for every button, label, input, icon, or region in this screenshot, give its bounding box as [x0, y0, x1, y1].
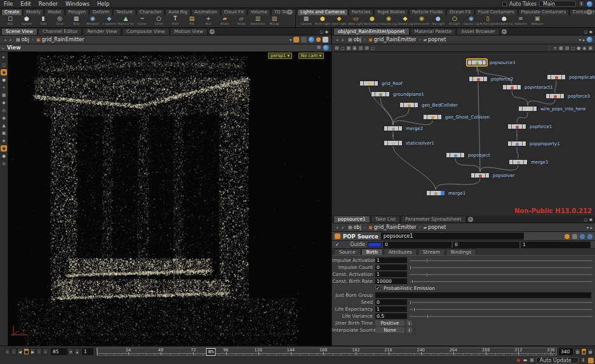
shelf-tool[interactable]: ▦Grid: [68, 15, 84, 28]
slider-handle[interactable]: [427, 314, 429, 319]
param-slider[interactable]: [410, 316, 592, 317]
auto-takes-checkbox[interactable]: [502, 2, 507, 6]
view-world-icon[interactable]: [323, 45, 329, 51]
playbar-option-button[interactable]: ▤: [587, 348, 593, 355]
shelf-tool[interactable]: ●Sphere: [18, 15, 35, 28]
view-menu-icon[interactable]: ▸: [3, 46, 4, 50]
param-slider[interactable]: [410, 260, 592, 261]
node-name-field[interactable]: popsource1: [381, 233, 524, 240]
network-node[interactable]: popforce3: [545, 93, 565, 99]
network-node[interactable]: popinteract1: [502, 84, 521, 90]
menu-item[interactable]: File: [0, 1, 17, 7]
param-value-field[interactable]: 0: [375, 299, 407, 305]
pane-menu-icon[interactable]: ◉: [589, 218, 592, 221]
shelf-tab[interactable]: Animation: [191, 9, 220, 15]
pane-tab[interactable]: Scene View: [1, 28, 37, 35]
network-tool-icon[interactable]: ≡: [553, 45, 557, 51]
param-slider[interactable]: [410, 274, 592, 275]
folder-tab[interactable]: Attributes: [384, 249, 417, 255]
pane-tab[interactable]: Take List: [371, 216, 400, 223]
pane-tab[interactable]: Channel Editor: [38, 28, 82, 35]
viewport-canvas[interactable]: [8, 52, 331, 346]
viewport-tool-icon[interactable]: ◎: [1, 160, 7, 167]
shelf-tab[interactable]: Lights and Cameras: [297, 9, 348, 15]
path-forward-icon[interactable]: ▸: [341, 225, 346, 230]
path-dropdown-icon[interactable]: ▾: [290, 38, 291, 42]
playback-button[interactable]: ▶: [30, 348, 36, 355]
playback-button[interactable]: ›: [36, 348, 42, 355]
shelf-tab[interactable]: Model: [44, 9, 64, 15]
pane-menu-icon[interactable]: ◉: [589, 30, 592, 34]
path-grid-rainemitter[interactable]: ▣grid_RainEmitter: [35, 37, 85, 42]
network-node[interactable]: merge3: [509, 159, 528, 165]
viewport-tool-icon[interactable]: ▦: [1, 92, 7, 98]
shelf-tool[interactable]: ≡Switcher: [512, 15, 529, 28]
help-icon[interactable]: [587, 234, 592, 239]
playback-button[interactable]: ‹: [11, 348, 17, 355]
network-tool-icon[interactable]: ◉: [582, 45, 586, 51]
shelf-tab[interactable]: Fluid Containers: [475, 9, 518, 15]
param-dropdown-spinner[interactable]: ↕: [406, 327, 412, 333]
update-mode-icon[interactable]: [293, 37, 299, 42]
lock-icon[interactable]: [301, 37, 307, 42]
network-tool-icon[interactable]: ▦: [559, 45, 563, 51]
shelf-tool[interactable]: ▰Brush: [217, 15, 233, 28]
add-shelf-tab-icon[interactable]: +: [587, 10, 592, 15]
param-slider[interactable]: [410, 267, 592, 268]
network-node[interactable]: popobject: [446, 152, 465, 158]
view-layout-icon[interactable]: ▧: [317, 45, 321, 51]
menu-item[interactable]: Render: [35, 1, 62, 7]
viewport-tool-icon[interactable]: ◻: [1, 62, 7, 68]
end-frame-field[interactable]: 340: [559, 348, 573, 355]
viewport-tool-icon[interactable]: ◉: [1, 145, 7, 152]
path-obj[interactable]: ▤obj: [15, 37, 30, 42]
pane-tab[interactable]: Asset Browser: [457, 28, 499, 35]
shelf-tool[interactable]: ▤File: [184, 15, 200, 28]
path-obj[interactable]: ▤obj: [347, 224, 363, 230]
viewport-tool-icon[interactable]: ◆: [1, 100, 7, 106]
status-icon[interactable]: ▬: [523, 358, 528, 363]
state-icon[interactable]: [316, 37, 321, 42]
shelf-tab[interactable]: Modify: [23, 9, 44, 15]
slider-handle[interactable]: [426, 272, 428, 277]
shelf-tool[interactable]: ◻Box: [2, 15, 18, 28]
playbar-option-button[interactable]: ▦: [581, 348, 587, 355]
playback-button[interactable]: «: [4, 348, 10, 355]
timeline-ruler[interactable]: 1244872961201441681922162402642883123368…: [97, 348, 557, 356]
viewport-tool-icon[interactable]: +: [1, 84, 7, 91]
node-enable-checkbox[interactable]: ✓: [335, 242, 340, 247]
shelf-tab[interactable]: Texture: [113, 9, 136, 15]
network-tool-icon[interactable]: ▣: [352, 45, 357, 51]
param-dropdown[interactable]: Positive: [375, 320, 404, 326]
shelf-tool[interactable]: ▱Sticky: [233, 15, 250, 28]
network-tool-icon[interactable]: ▧: [565, 45, 570, 51]
shelf-tab[interactable]: TD Tools: [271, 9, 296, 15]
network-node[interactable]: grid_Roof: [359, 81, 378, 86]
shelf-tool[interactable]: ▥Geometry: [250, 15, 266, 28]
pane-tab[interactable]: Composite View: [122, 28, 169, 35]
status-icon[interactable]: ▦: [530, 358, 534, 363]
shelf-tool[interactable]: ◉Volume Lig: [380, 15, 397, 28]
param-value-field[interactable]: 1: [375, 306, 407, 312]
menu-item[interactable]: Windows: [62, 1, 93, 7]
shelf-tool[interactable]: ▦Camera: [298, 15, 314, 28]
current-frame-field[interactable]: 85: [51, 348, 67, 355]
playback-button[interactable]: ◀: [17, 348, 23, 355]
add-pane-tab-icon[interactable]: +: [468, 217, 473, 222]
playbar-option-button[interactable]: ▥: [575, 348, 580, 355]
take-spinner[interactable]: ↕: [578, 1, 584, 7]
pane-tab[interactable]: Motion View: [170, 28, 208, 35]
network-tool-icon[interactable]: ▣: [588, 45, 592, 51]
shelf-tool[interactable]: ●Sky Light: [430, 15, 446, 28]
path-forward-icon[interactable]: ▸: [341, 37, 346, 42]
menu-item[interactable]: Edit: [17, 1, 34, 7]
pane-tab[interactable]: obj/grid_RainEmitter/popnet: [333, 28, 410, 35]
folder-tab[interactable]: Bindings: [446, 249, 476, 255]
network-tool-icon[interactable]: ◻: [341, 45, 345, 51]
folder-tab[interactable]: Source: [334, 249, 361, 255]
viewport-tool-icon[interactable]: ◉: [1, 69, 7, 75]
pane-maximize-icon[interactable]: ◻: [320, 30, 323, 34]
viewport-tool-icon[interactable]: ◈: [1, 138, 7, 144]
help-globe-icon[interactable]: [587, 1, 592, 7]
param-dropdown[interactable]: None: [375, 327, 404, 333]
